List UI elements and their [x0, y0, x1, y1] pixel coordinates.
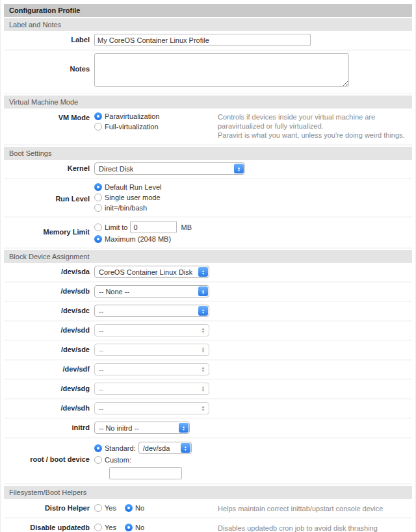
no-label: No — [135, 524, 144, 531]
memory-limit-input[interactable] — [130, 221, 177, 233]
single-user-mode-radio[interactable] — [94, 194, 102, 201]
section-label-and-notes: Label and Notes — [4, 18, 412, 31]
dev-sdf-select[interactable]: -- ▲▼ — [94, 363, 209, 375]
disable-updatedb-yes-radio[interactable] — [94, 524, 102, 531]
dev-sdf-label: /dev/sdf — [4, 365, 90, 374]
distro-helper-label: Distro Helper — [4, 504, 90, 513]
init-bin-bash-option-label: init=/bin/bash — [105, 204, 147, 212]
default-run-level-option-label: Default Run Level — [105, 183, 161, 191]
disable-updatedb-row: Disable updatedb Yes No Disables updated… — [4, 518, 412, 532]
maximum-memory-radio[interactable] — [94, 235, 102, 243]
dev-sda-label: /dev/sda — [4, 268, 90, 276]
no-label: No — [135, 504, 144, 512]
dev-sdh-row: /dev/sdh -- ▲▼ — [4, 399, 412, 419]
dev-sdc-label: /dev/sdc — [4, 307, 90, 315]
dev-sde-select[interactable]: -- ▲▼ — [94, 344, 209, 356]
select-stepper-icon: ▲▼ — [198, 325, 208, 335]
yes-label: Yes — [105, 504, 116, 512]
label-input[interactable] — [94, 34, 311, 46]
section-block-device-assignment: Block Device Assignment — [4, 250, 412, 263]
dev-sdd-row: /dev/sdd -- ▲▼ — [4, 322, 412, 341]
dev-sdg-select[interactable]: -- ▲▼ — [94, 383, 209, 395]
distro-helper-row: Distro Helper Yes No Helps maintain corr… — [4, 499, 412, 518]
limit-to-option-label: Limit to — [105, 223, 127, 231]
dev-sdh-label: /dev/sdh — [4, 404, 90, 412]
distro-helper-help-text: Helps maintain correct inittab/upstart c… — [218, 504, 383, 513]
page: Configuration Profile Label and Notes La… — [0, 0, 416, 532]
paravirtualization-radio[interactable] — [94, 112, 102, 120]
section-filesystem-boot-helpers: Filesystem/Boot Helpers — [4, 486, 412, 499]
initrd-row: initrd -- No initrd -- ▲▼ — [4, 419, 412, 438]
dev-sde-label: /dev/sde — [4, 346, 90, 354]
dev-sda-select[interactable]: CoreOS Container Linux Disk ▲▼ — [94, 266, 209, 278]
custom-root-option-label: Custom: — [105, 456, 131, 464]
notes-row: Notes — [4, 51, 412, 94]
standard-root-radio[interactable] — [94, 444, 102, 452]
init-bin-bash-radio[interactable] — [94, 204, 102, 212]
dev-sdb-row: /dev/sdb -- None -- ▲▼ — [4, 283, 412, 302]
select-stepper-icon: ▲▼ — [198, 267, 208, 277]
paravirtualization-option-label: Paravirtualization — [105, 112, 159, 120]
dev-sdc-row: /dev/sdc -- ▲▼ — [4, 302, 412, 322]
distro-helper-yes-radio[interactable] — [94, 504, 102, 512]
root-boot-device-label: root / boot device — [4, 441, 90, 464]
dev-sda-row: /dev/sda CoreOS Container Linux Disk ▲▼ — [4, 263, 412, 283]
dev-sdg-label: /dev/sdg — [4, 385, 90, 393]
memory-limit-unit: MB — [181, 223, 192, 231]
dev-sdc-select[interactable]: -- ▲▼ — [94, 305, 209, 317]
run-level-row: Run Level Default Run Level Single user … — [4, 179, 412, 218]
dev-sdg-row: /dev/sdg -- ▲▼ — [4, 380, 412, 399]
yes-label: Yes — [105, 524, 116, 531]
dev-sdd-select[interactable]: -- ▲▼ — [94, 324, 209, 336]
select-stepper-icon: ▲▼ — [179, 423, 188, 433]
dev-sde-row: /dev/sde -- ▲▼ — [4, 341, 412, 361]
initrd-select[interactable]: -- No initrd -- ▲▼ — [94, 422, 190, 434]
single-user-mode-option-label: Single user mode — [105, 194, 161, 201]
notes-field-label: Notes — [4, 53, 90, 73]
custom-root-input[interactable] — [109, 467, 182, 479]
run-level-label: Run Level — [4, 182, 90, 203]
vm-mode-help-text: Controls if devices inside your virtual … — [218, 112, 405, 140]
kernel-row: Kernel Direct Disk ▲▼ — [4, 160, 412, 179]
select-stepper-icon: ▲▼ — [198, 364, 208, 374]
select-stepper-icon: ▲▼ — [198, 384, 208, 394]
dev-sdb-select[interactable]: -- None -- ▲▼ — [94, 285, 209, 298]
label-row: Label — [4, 31, 412, 51]
vm-mode-row: VM Mode Paravirtualization Full-virtuali… — [4, 108, 412, 146]
disable-updatedb-label: Disable updatedb — [4, 524, 90, 532]
custom-root-radio[interactable] — [94, 456, 102, 464]
label-field-label: Label — [4, 34, 90, 44]
dev-sdf-row: /dev/sdf -- ▲▼ — [4, 361, 412, 380]
initrd-label: initrd — [4, 424, 90, 432]
maximum-memory-option-label: Maximum (2048 MB) — [105, 235, 171, 243]
distro-helper-no-radio[interactable] — [125, 504, 133, 512]
dev-sdh-select[interactable]: -- ▲▼ — [94, 402, 209, 414]
dev-sdd-label: /dev/sdd — [4, 326, 90, 335]
select-stepper-icon: ▲▼ — [198, 306, 208, 316]
vm-mode-label: VM Mode — [4, 111, 90, 122]
page-title: Configuration Profile — [4, 4, 412, 17]
select-stepper-icon: ▲▼ — [181, 443, 190, 453]
limit-to-radio[interactable] — [94, 223, 102, 231]
memory-limit-label: Memory Limit — [4, 220, 90, 236]
disable-updatedb-no-radio[interactable] — [125, 524, 133, 531]
standard-root-option-label: Standard: — [105, 444, 136, 452]
select-stepper-icon: ▲▼ — [234, 164, 244, 173]
disable-updatedb-help-text: Disables updatedb cron job to avoid disk… — [218, 524, 378, 532]
dev-sdb-label: /dev/sdb — [4, 287, 90, 296]
memory-limit-row: Memory Limit Limit to MB Maximum (2048 M… — [4, 218, 412, 249]
section-boot-settings: Boot Settings — [4, 147, 412, 160]
default-run-level-radio[interactable] — [94, 183, 102, 191]
notes-textarea[interactable] — [94, 53, 349, 87]
full-virtualization-radio[interactable] — [94, 123, 102, 131]
section-virtual-machine-mode: Virtual Machine Mode — [4, 95, 412, 108]
select-stepper-icon: ▲▼ — [198, 345, 208, 355]
kernel-label: Kernel — [4, 162, 90, 173]
select-stepper-icon: ▲▼ — [198, 403, 208, 413]
standard-root-device-select[interactable]: /dev/sda ▲▼ — [138, 442, 192, 454]
full-virtualization-option-label: Full-virtualization — [105, 123, 159, 131]
kernel-select[interactable]: Direct Disk ▲▼ — [94, 162, 245, 175]
root-boot-device-row: root / boot device Standard: /dev/sda ▲▼… — [4, 438, 412, 485]
select-stepper-icon: ▲▼ — [198, 286, 208, 296]
